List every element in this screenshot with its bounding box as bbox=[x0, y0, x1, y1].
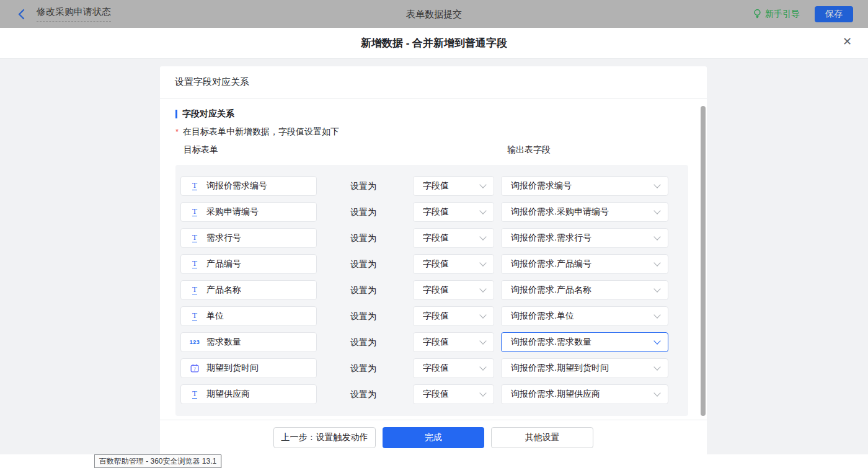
output-field-text: 询报价需求.需求数量 bbox=[511, 337, 591, 348]
mapping-row: T 单位 设置为 字段值 询报价需求.单位 bbox=[175, 306, 688, 326]
chevron-down-icon bbox=[653, 207, 660, 214]
output-field-text: 询报价需求.单位 bbox=[511, 311, 574, 322]
value-type-select[interactable]: 字段值 bbox=[413, 384, 494, 404]
flow-name-label[interactable]: 修改采购申请状态 bbox=[37, 6, 111, 22]
chevron-down-icon bbox=[653, 285, 660, 292]
value-type-text: 字段值 bbox=[423, 363, 449, 374]
number-field-icon: 123 bbox=[190, 339, 200, 345]
target-field-box[interactable]: T 产品名称 bbox=[180, 280, 317, 300]
value-type-text: 字段值 bbox=[423, 180, 449, 192]
set-as-label: 设置为 bbox=[350, 332, 376, 352]
set-as-label: 设置为 bbox=[350, 176, 376, 196]
chevron-down-icon bbox=[479, 389, 486, 396]
scrollbar-thumb[interactable] bbox=[701, 106, 706, 416]
value-type-select[interactable]: 字段值 bbox=[413, 306, 494, 326]
value-type-text: 字段值 bbox=[423, 206, 449, 218]
target-field-label: 期望供应商 bbox=[206, 389, 250, 400]
section-title: 字段对应关系 bbox=[175, 108, 234, 120]
beginner-guide-link[interactable]: 新手引导 bbox=[753, 9, 800, 20]
value-type-select[interactable]: 字段值 bbox=[413, 254, 494, 274]
chevron-down-icon bbox=[479, 259, 486, 266]
mapping-row: 7 期望到货时间 设置为 字段值 询报价需求.期望到货时间 bbox=[175, 358, 688, 378]
text-field-icon: T bbox=[190, 390, 200, 399]
mapping-row: T 需求行号 设置为 字段值 询报价需求.需求行号 bbox=[175, 228, 688, 248]
output-field-select[interactable]: 询报价需求.产品编号 bbox=[501, 254, 668, 274]
chevron-down-icon bbox=[479, 337, 486, 344]
text-field-icon: T bbox=[190, 286, 200, 294]
value-type-select[interactable]: 字段值 bbox=[413, 332, 494, 352]
target-field-box[interactable]: 123 需求数量 bbox=[180, 332, 317, 352]
value-type-select[interactable]: 字段值 bbox=[413, 358, 494, 378]
screen: 修改采购申请状态 表单数据提交 新手引导 保存 新增数据 - 合并新增到普通字段… bbox=[0, 0, 868, 468]
target-field-box[interactable]: T 期望供应商 bbox=[180, 384, 317, 404]
chevron-down-icon bbox=[653, 259, 660, 266]
target-field-box[interactable]: T 询报价需求编号 bbox=[180, 176, 317, 196]
chevron-down-icon bbox=[479, 311, 486, 318]
value-type-text: 字段值 bbox=[423, 337, 449, 348]
date-field-icon: 7 bbox=[190, 364, 200, 373]
target-field-box[interactable]: 7 期望到货时间 bbox=[180, 358, 317, 378]
target-field-box[interactable]: T 采购申请编号 bbox=[180, 202, 317, 222]
chevron-down-icon bbox=[479, 181, 486, 188]
modal-title: 新增数据 - 合并新增到普通字段 bbox=[0, 28, 868, 58]
page-title: 表单数据提交 bbox=[0, 0, 868, 28]
target-field-label: 期望到货时间 bbox=[206, 363, 259, 374]
field-mapping-card: 设置字段对应关系 字段对应关系 *在目标表单中新增数据，字段值设置如下 目标表单… bbox=[160, 66, 707, 454]
section-accent-bar bbox=[175, 110, 177, 118]
beginner-guide-label: 新手引导 bbox=[765, 9, 800, 20]
other-settings-button[interactable]: 其他设置 bbox=[491, 427, 593, 448]
note-text: 在目标表单中新增数据，字段值设置如下 bbox=[183, 126, 339, 136]
close-icon[interactable]: ✕ bbox=[843, 36, 852, 47]
required-asterisk: * bbox=[175, 127, 179, 136]
target-field-label: 询报价需求编号 bbox=[206, 180, 267, 192]
target-field-box[interactable]: T 产品编号 bbox=[180, 254, 317, 274]
back-chevron-icon[interactable] bbox=[17, 9, 25, 20]
finish-button[interactable]: 完成 bbox=[383, 427, 484, 448]
value-type-text: 字段值 bbox=[423, 389, 449, 400]
save-button[interactable]: 保存 bbox=[815, 6, 853, 22]
svg-text:7: 7 bbox=[193, 366, 196, 372]
output-field-text: 询报价需求编号 bbox=[511, 180, 572, 192]
output-field-select[interactable]: 询报价需求.单位 bbox=[501, 306, 668, 326]
set-as-label: 设置为 bbox=[350, 202, 376, 222]
mapping-row: 123 需求数量 设置为 字段值 询报价需求.需求数量 bbox=[175, 332, 688, 352]
text-field-icon: T bbox=[190, 208, 200, 216]
value-type-text: 字段值 bbox=[423, 285, 449, 296]
output-field-select[interactable]: 询报价需求.期望供应商 bbox=[501, 384, 668, 404]
mapping-row: T 产品名称 设置为 字段值 询报价需求.产品名称 bbox=[175, 280, 688, 300]
chevron-down-icon bbox=[479, 233, 486, 240]
required-note: *在目标表单中新增数据，字段值设置如下 bbox=[175, 126, 339, 138]
output-field-select[interactable]: 询报价需求.需求数量 bbox=[501, 332, 668, 352]
output-field-select[interactable]: 询报价需求.采购申请编号 bbox=[501, 202, 668, 222]
previous-step-button[interactable]: 上一步：设置触发动作 bbox=[273, 427, 376, 448]
value-type-select[interactable]: 字段值 bbox=[413, 176, 494, 196]
output-field-select[interactable]: 询报价需求.期望到货时间 bbox=[501, 358, 668, 378]
target-field-label: 采购申请编号 bbox=[206, 206, 259, 218]
value-type-select[interactable]: 字段值 bbox=[413, 280, 494, 300]
set-as-label: 设置为 bbox=[350, 254, 376, 274]
mapping-row: T 期望供应商 设置为 字段值 询报价需求.期望供应商 bbox=[175, 384, 688, 404]
set-as-label: 设置为 bbox=[350, 228, 376, 248]
top-bar: 修改采购申请状态 表单数据提交 新手引导 保存 bbox=[0, 0, 868, 28]
target-field-label: 需求行号 bbox=[206, 232, 241, 244]
target-field-label: 产品编号 bbox=[206, 258, 241, 270]
value-type-text: 字段值 bbox=[423, 232, 449, 244]
output-field-select[interactable]: 询报价需求.需求行号 bbox=[501, 228, 668, 248]
output-field-text: 询报价需求.采购申请编号 bbox=[511, 206, 609, 218]
card-body: 字段对应关系 *在目标表单中新增数据，字段值设置如下 目标表单 输出表字段 T … bbox=[160, 99, 707, 419]
card-footer: 上一步：设置触发动作 完成 其他设置 bbox=[160, 420, 707, 454]
value-type-select[interactable]: 字段值 bbox=[413, 228, 494, 248]
mapping-rows-panel: T 询报价需求编号 设置为 字段值 询报价需求编号 T 采购申请编号 设置为 字… bbox=[175, 165, 688, 416]
target-field-box[interactable]: T 需求行号 bbox=[180, 228, 317, 248]
text-field-icon: T bbox=[190, 260, 200, 268]
column-header-output-field: 输出表字段 bbox=[507, 144, 551, 156]
set-as-label: 设置为 bbox=[350, 280, 376, 300]
chevron-down-icon bbox=[653, 363, 660, 370]
output-field-text: 询报价需求.期望供应商 bbox=[511, 389, 600, 400]
output-field-select[interactable]: 询报价需求编号 bbox=[501, 176, 668, 196]
target-field-box[interactable]: T 单位 bbox=[180, 306, 317, 326]
value-type-select[interactable]: 字段值 bbox=[413, 202, 494, 222]
output-field-select[interactable]: 询报价需求.产品名称 bbox=[501, 280, 668, 300]
output-field-text: 询报价需求.需求行号 bbox=[511, 232, 591, 244]
browser-status-tooltip: 百数帮助管理 - 360安全浏览器 13.1 bbox=[94, 454, 221, 468]
